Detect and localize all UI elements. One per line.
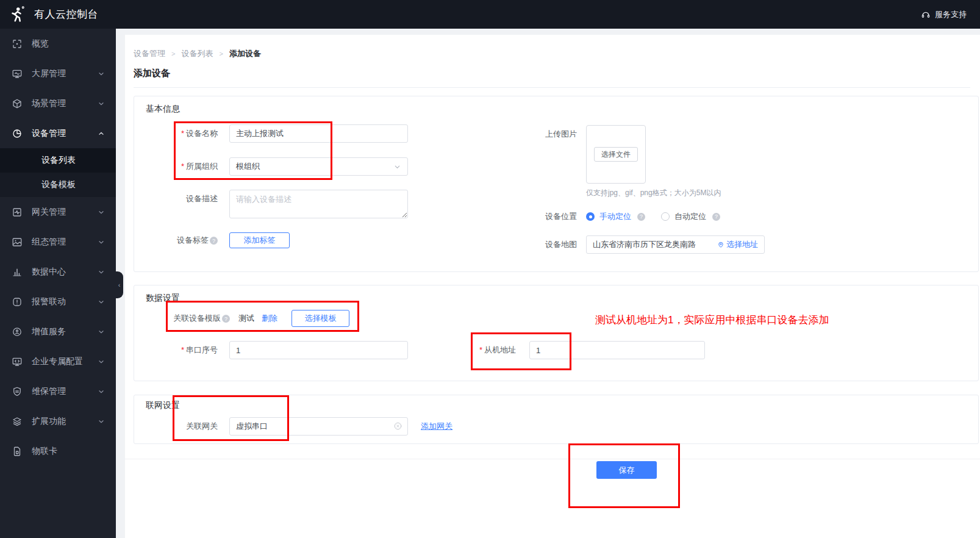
gateway-icon	[12, 207, 23, 218]
gateway-label: 关联网关	[134, 417, 218, 436]
help-icon[interactable]: ?	[637, 213, 645, 221]
help-icon[interactable]: ?	[712, 213, 720, 221]
sidebar-item-label: 维保管理	[32, 386, 66, 397]
slave-address-input[interactable]	[529, 341, 705, 359]
service-support-link[interactable]: 服务支持	[921, 9, 967, 20]
service-support-label: 服务支持	[935, 9, 967, 20]
sidebar-item-gateway-mgmt[interactable]: 网关管理	[0, 197, 116, 227]
device-location-label: 设备位置	[493, 207, 577, 226]
organization-select[interactable]: 根组织	[229, 157, 408, 176]
sidebar-item-label: 组态管理	[32, 237, 66, 248]
device-name-input[interactable]	[229, 124, 408, 143]
sidebar-item-value-added[interactable]: 增值服务	[0, 317, 116, 346]
choose-file-button[interactable]: 选择文件	[594, 147, 638, 162]
choose-template-button[interactable]: 选择模板	[291, 310, 349, 327]
app-title: 有人云控制台	[34, 7, 98, 21]
organization-value: 根组织	[236, 158, 393, 175]
slave-address-label: *从机地址	[432, 341, 516, 359]
value-added-service-icon	[12, 326, 23, 337]
section-title-network: 联网设置	[146, 400, 180, 411]
sidebar-item-label: 报警联动	[32, 296, 66, 307]
device-template-value: 测试	[238, 310, 254, 327]
section-title-data: 数据设置	[146, 293, 180, 304]
auto-location-radio[interactable]: 自动定位 ?	[661, 207, 720, 226]
sidebar-subitem-label: 设备列表	[41, 155, 76, 166]
device-map-value: 山东省济南市历下区龙奥南路	[593, 239, 717, 250]
alarm-icon	[12, 296, 23, 307]
breadcrumb-separator: >	[171, 50, 175, 57]
device-template-row: 关联设备模版? 测试 删除 选择模板	[134, 310, 978, 327]
sidebar-item-overview[interactable]: 概览	[0, 29, 116, 59]
clear-icon[interactable]	[393, 421, 402, 431]
cube-icon	[12, 98, 23, 109]
sidebar-item-scada-mgmt[interactable]: 组态管理	[0, 227, 116, 257]
shield-icon	[12, 386, 23, 397]
annotation-text: 测试从机地址为1，实际应用中根据串口设备去添加	[595, 313, 829, 327]
delete-template-link[interactable]: 删除	[262, 310, 277, 327]
picture-icon	[12, 237, 23, 248]
app-window: 有人云控制台 服务支持 概览	[0, 0, 980, 538]
sidebar-item-screen-mgmt[interactable]: 大屏管理	[0, 59, 116, 88]
sidebar-item-enterprise-config[interactable]: 企业专属配置	[0, 346, 116, 376]
sidebar-item-label: 扩展功能	[32, 416, 66, 427]
device-name-label: *设备名称	[134, 124, 218, 143]
sidebar-subitem-device-template[interactable]: 设备模板	[0, 173, 116, 197]
radio-unselected-icon	[661, 212, 670, 221]
required-asterisk: *	[479, 345, 482, 354]
sidebar-item-alarm-linkage[interactable]: 报警联动	[0, 287, 116, 317]
sidebar-item-label: 增值服务	[32, 326, 66, 337]
data-settings-panel: 数据设置 关联设备模版? 测试 删除 选择模板 测试从机地址为1，实际应用中根据…	[134, 285, 979, 381]
save-button[interactable]: 保存	[596, 461, 657, 479]
chevron-down-icon	[98, 298, 105, 306]
add-tag-button[interactable]: 添加标签	[229, 232, 290, 248]
manual-location-radio[interactable]: 手动定位 ?	[586, 207, 645, 226]
sidebar-item-scene-mgmt[interactable]: 场景管理	[0, 88, 116, 118]
gateway-value: 虚拟串口	[236, 418, 401, 435]
main-content: 设备管理 > 设备列表 > 添加设备 添加设备 基本信息 *设备名称 *所属组织	[125, 35, 980, 538]
add-gateway-link[interactable]: 添加网关	[421, 417, 452, 436]
chevron-down-icon	[98, 239, 105, 246]
upload-image-dropzone[interactable]: 选择文件	[586, 125, 646, 184]
device-desc-label: 设备描述	[134, 190, 218, 208]
sidebar-item-label: 场景管理	[32, 98, 66, 109]
section-title-basic: 基本信息	[146, 104, 180, 115]
auto-location-label: 自动定位	[674, 211, 706, 222]
sidebar-item-data-center[interactable]: 数据中心	[0, 257, 116, 287]
brand-logo-icon	[7, 5, 26, 24]
location-pin-icon	[717, 241, 724, 248]
gateway-select[interactable]: 虚拟串口	[229, 417, 408, 436]
help-icon[interactable]: ?	[210, 237, 218, 245]
device-template-label: 关联设备模版?	[173, 310, 230, 327]
chevron-down-icon	[98, 209, 105, 216]
device-map-input[interactable]: 山东省济南市历下区龙奥南路 选择地址	[586, 235, 765, 254]
layers-icon	[12, 416, 23, 427]
chevron-down-icon	[98, 388, 105, 395]
chevron-down-icon	[393, 163, 401, 171]
device-location-row: 设备位置 手动定位 ? 自动定位 ?	[134, 207, 978, 226]
sidebar-subitem-device-list[interactable]: 设备列表	[0, 148, 116, 173]
choose-address-link[interactable]: 选择地址	[717, 239, 758, 250]
choose-address-label: 选择地址	[726, 239, 758, 250]
topbar: 有人云控制台 服务支持	[0, 0, 980, 29]
sidebar-item-maintenance[interactable]: 维保管理	[0, 376, 116, 406]
sidebar-item-extensions[interactable]: 扩展功能	[0, 406, 116, 436]
chevron-down-icon	[98, 70, 105, 77]
organization-row: *所属组织 根组织	[134, 157, 978, 176]
page-title: 添加设备	[134, 68, 170, 79]
pie-chart-icon	[12, 128, 23, 139]
breadcrumb-device-mgmt[interactable]: 设备管理	[134, 48, 165, 59]
chevron-down-icon	[98, 100, 105, 107]
sidebar-collapse-handle[interactable]: ‹	[115, 271, 123, 298]
breadcrumb-separator: >	[219, 50, 223, 57]
basic-info-panel: 基本信息 *设备名称 *所属组织 根组织 设备描述	[134, 96, 979, 272]
sidebar-subitem-label: 设备模板	[41, 179, 76, 190]
bar-chart-icon	[12, 267, 23, 278]
breadcrumb-device-list[interactable]: 设备列表	[181, 48, 213, 59]
help-icon[interactable]: ?	[222, 315, 230, 323]
sidebar-item-iot-card[interactable]: 物联卡	[0, 436, 116, 466]
collapse-chevron-icon: ‹	[118, 281, 121, 289]
device-mgmt-submenu: 设备列表 设备模板	[0, 148, 116, 197]
sidebar-item-device-mgmt[interactable]: 设备管理	[0, 118, 116, 148]
big-screen-icon	[12, 68, 23, 79]
sidebar-item-label: 网关管理	[32, 207, 66, 218]
